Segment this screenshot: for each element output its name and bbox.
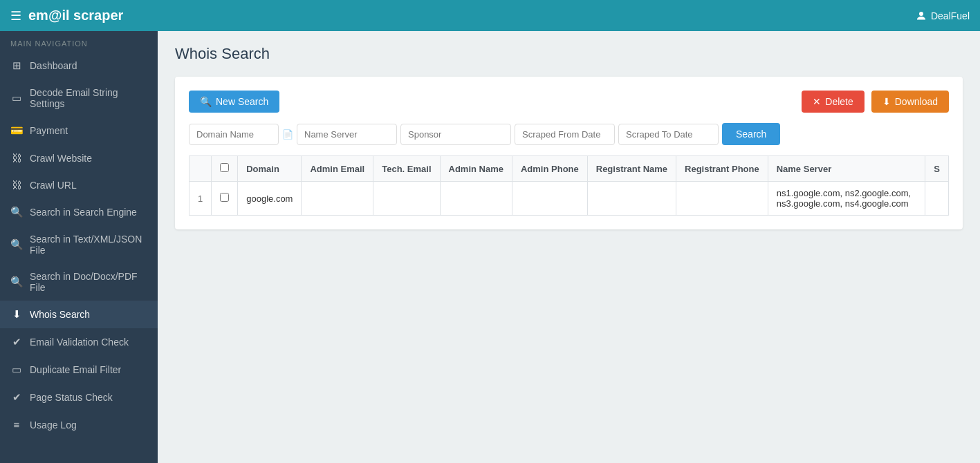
col-admin-phone: Admin Phone <box>512 156 587 182</box>
sidebar-item-label: Search in Text/XML/JSON File <box>30 234 147 256</box>
col-checkbox <box>212 156 238 182</box>
table-body: 1 google.com ns1.google.com, ns2.google.… <box>189 182 949 216</box>
sidebar-item-crawl-website[interactable]: ⛓ Crawl Website <box>0 144 158 171</box>
col-admin-name: Admin Name <box>440 156 512 182</box>
file-icon: 📄 <box>282 129 293 140</box>
sidebar-item-label: Crawl URL <box>30 180 77 191</box>
sidebar-item-email-validation[interactable]: ✔ Email Validation Check <box>0 328 158 356</box>
whois-search-card: 🔍 New Search ✕ Delete ⬇ Download <box>175 77 963 229</box>
cell-domain: google.com <box>238 182 302 216</box>
sidebar-item-decode-email[interactable]: ▭ Decode Email String Settings <box>0 79 158 117</box>
results-table-wrapper: Domain Admin Email Tech. Email Admin Nam… <box>189 155 949 216</box>
sidebar-item-label: Usage Log <box>30 419 77 431</box>
page-title: Whois Search <box>175 45 963 63</box>
sidebar-item-label: Duplicate Email Filter <box>30 364 121 375</box>
sidebar-item-label: Search in Search Engine <box>30 207 137 218</box>
table-header-row: Domain Admin Email Tech. Email Admin Nam… <box>189 156 949 182</box>
new-search-button[interactable]: 🔍 New Search <box>189 91 279 113</box>
logo-at: @ <box>48 8 62 23</box>
app-logo: em@il scraper <box>28 8 123 23</box>
sidebar-item-crawl-url[interactable]: ⛓ Crawl URL <box>0 171 158 198</box>
sidebar-item-dashboard[interactable]: ⊞ Dashboard <box>0 52 158 79</box>
col-registrant-phone: Registrant Phone <box>676 156 768 182</box>
row-checkbox[interactable] <box>220 193 229 202</box>
cell-admin-phone <box>512 182 587 216</box>
col-admin-email: Admin Email <box>302 156 373 182</box>
sidebar-item-search-text[interactable]: 🔍 Search in Text/XML/JSON File <box>0 226 158 263</box>
main-content: Whois Search 🔍 New Search ✕ Delete ⬇ <box>158 0 980 463</box>
usage-log-icon: ≡ <box>10 419 23 431</box>
email-validation-icon: ✔ <box>10 336 23 348</box>
row-number: 1 <box>189 182 212 216</box>
duplicate-email-icon: ▭ <box>10 363 23 376</box>
domain-name-input[interactable] <box>189 124 279 145</box>
sponsor-input[interactable] <box>400 124 511 145</box>
sidebar-item-label: Crawl Website <box>30 153 92 164</box>
menu-icon[interactable]: ☰ <box>10 8 21 23</box>
download-button[interactable]: ⬇ Download <box>871 91 949 113</box>
sidebar-item-label: Payment <box>30 125 68 136</box>
topbar: ☰ em@il scraper DealFuel <box>0 0 980 31</box>
col-rownum <box>189 156 212 182</box>
sidebar-item-search-doc[interactable]: 🔍 Search in Doc/Docx/PDF File <box>0 263 158 301</box>
whois-search-icon: ⬇ <box>10 308 23 321</box>
user-menu[interactable]: DealFuel <box>916 10 970 21</box>
cell-admin-name <box>440 182 512 216</box>
logo-prefix: em <box>28 8 48 23</box>
decode-email-icon: ▭ <box>10 92 23 104</box>
scraped-from-date-input[interactable] <box>515 124 615 145</box>
search-doc-icon: 🔍 <box>10 276 23 288</box>
sidebar-item-label: Page Status Check <box>30 392 113 403</box>
sidebar-item-page-status[interactable]: ✔ Page Status Check <box>0 384 158 411</box>
sidebar-item-label: Whois Search <box>30 309 90 320</box>
search-filters: 📄 Search <box>189 123 949 145</box>
col-name-server: Name Server <box>768 156 925 182</box>
crawl-url-icon: ⛓ <box>10 179 23 191</box>
cell-tech-email <box>373 182 440 216</box>
delete-icon: ✕ <box>813 96 821 107</box>
user-label: DealFuel <box>931 10 970 21</box>
cell-registrant-phone <box>676 182 768 216</box>
cell-registrant-name <box>587 182 676 216</box>
name-server-input[interactable] <box>297 124 397 145</box>
cell-s <box>925 182 949 216</box>
table-row: 1 google.com ns1.google.com, ns2.google.… <box>189 182 949 216</box>
cell-name-server: ns1.google.com, ns2.google.com, ns3.goog… <box>768 182 925 216</box>
sidebar-item-usage-log[interactable]: ≡ Usage Log <box>0 411 158 438</box>
dashboard-icon: ⊞ <box>10 59 23 72</box>
row-checkbox-cell[interactable] <box>212 182 238 216</box>
sidebar-item-payment[interactable]: 💳 Payment <box>0 117 158 144</box>
delete-button[interactable]: ✕ Delete <box>802 91 864 113</box>
sidebar-item-whois-search[interactable]: ⬇ Whois Search <box>0 301 158 328</box>
sidebar-item-label: Email Validation Check <box>30 337 129 348</box>
sidebar-item-duplicate-email[interactable]: ▭ Duplicate Email Filter <box>0 356 158 384</box>
sidebar-item-label: Dashboard <box>30 60 77 71</box>
toolbar: 🔍 New Search ✕ Delete ⬇ Download <box>189 91 949 113</box>
search-button[interactable]: Search <box>722 123 780 145</box>
select-all-checkbox[interactable] <box>220 163 229 172</box>
page-status-icon: ✔ <box>10 391 23 404</box>
sidebar-item-search-engine[interactable]: 🔍 Search in Search Engine <box>0 198 158 226</box>
col-registrant-name: Registrant Name <box>587 156 676 182</box>
nav-label: MAIN NAVIGATION <box>0 31 158 52</box>
search-text-icon: 🔍 <box>10 238 23 251</box>
col-domain: Domain <box>238 156 302 182</box>
search-engine-icon: 🔍 <box>10 206 23 218</box>
results-table: Domain Admin Email Tech. Email Admin Nam… <box>189 155 949 216</box>
sidebar: MAIN NAVIGATION ⊞ Dashboard ▭ Decode Ema… <box>0 0 158 463</box>
sidebar-item-label: Decode Email String Settings <box>30 87 147 109</box>
cell-admin-email <box>302 182 373 216</box>
download-icon: ⬇ <box>882 96 891 107</box>
col-s: S <box>925 156 949 182</box>
logo-suffix: il scraper <box>62 8 123 23</box>
col-tech-email: Tech. Email <box>373 156 440 182</box>
search-plus-icon: 🔍 <box>200 96 212 107</box>
scraped-to-date-input[interactable] <box>618 124 719 145</box>
crawl-website-icon: ⛓ <box>10 152 23 164</box>
payment-icon: 💳 <box>10 124 23 137</box>
user-icon <box>916 10 927 21</box>
sidebar-item-label: Search in Doc/Docx/PDF File <box>30 271 147 293</box>
